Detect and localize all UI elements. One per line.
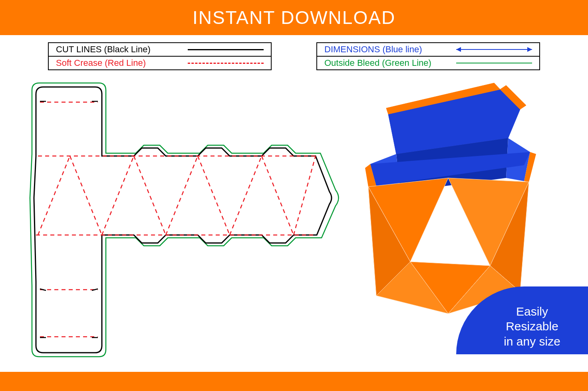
svg-line-3	[38, 156, 70, 235]
svg-line-4	[70, 156, 102, 235]
legend-cut-lines: CUT LINES (Black Line)	[49, 43, 271, 56]
content-area: Easily Resizable in any size	[0, 70, 588, 373]
banner-title: INSTANT DOWNLOAD	[193, 7, 395, 28]
box-3d-preview	[348, 74, 540, 322]
top-banner: INSTANT DOWNLOAD	[0, 0, 588, 35]
legend-label: DIMENSIONS (Blue line)	[324, 44, 422, 55]
svg-line-10	[262, 156, 294, 235]
badge-line1: Easily	[516, 304, 548, 319]
svg-line-6	[134, 156, 166, 235]
dashed-red-line-icon	[188, 63, 264, 64]
badge-line2: Resizable	[506, 319, 558, 334]
svg-line-8	[198, 156, 230, 235]
solid-green-line-icon	[456, 63, 532, 63]
legend-label: CUT LINES (Black Line)	[56, 44, 151, 55]
legend-left: CUT LINES (Black Line) Soft Crease (Red …	[48, 42, 272, 70]
cut-outline	[34, 87, 332, 353]
badge-line3: in any size	[504, 334, 560, 349]
svg-line-5	[102, 156, 134, 235]
legend-soft-crease: Soft Crease (Red Line)	[49, 56, 271, 69]
svg-line-7	[166, 156, 198, 235]
flap-notches	[40, 101, 98, 338]
legend-bleed: Outside Bleed (Green Line)	[317, 56, 539, 69]
legend-row: CUT LINES (Black Line) Soft Crease (Red …	[0, 35, 588, 70]
solid-black-line-icon	[188, 49, 264, 50]
bleed-outline	[30, 83, 339, 357]
svg-line-9	[230, 156, 262, 235]
bottom-banner	[0, 372, 588, 391]
svg-line-11	[294, 156, 316, 235]
legend-right: DIMENSIONS (Blue line) Outside Bleed (Gr…	[316, 42, 540, 70]
dieline-template	[24, 78, 344, 365]
blue-arrow-line-icon	[456, 49, 532, 50]
legend-label: Soft Crease (Red Line)	[56, 58, 146, 68]
legend-label: Outside Bleed (Green Line)	[324, 58, 431, 68]
crease-lines	[36, 102, 316, 337]
legend-dimensions: DIMENSIONS (Blue line)	[317, 43, 539, 56]
